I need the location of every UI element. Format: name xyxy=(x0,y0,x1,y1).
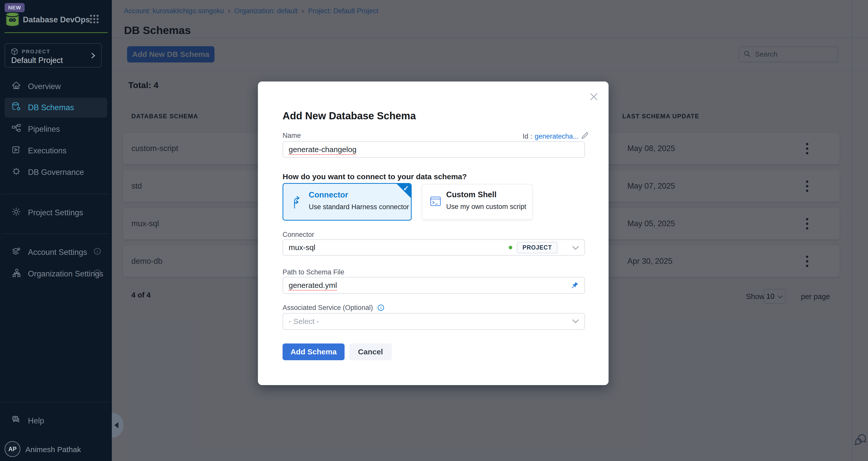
org-chart-gear-icon xyxy=(12,268,21,279)
sidebar-divider xyxy=(2,194,110,194)
entity-id: Id : generatecha... xyxy=(523,132,589,141)
db-schemas-icon xyxy=(12,102,21,113)
info-icon xyxy=(94,248,101,257)
name-input-value: generate-changelog xyxy=(289,145,356,154)
svg-text:?: ? xyxy=(14,417,16,420)
pipelines-icon xyxy=(12,124,21,135)
info-icon[interactable] xyxy=(376,305,385,313)
project-selector-label: PROJECT xyxy=(22,49,50,55)
option-card-connector[interactable]: ✓ Connector Use standard Harness connect… xyxy=(283,183,412,221)
name-input[interactable]: generate-changelog xyxy=(283,141,585,158)
pin-icon[interactable] xyxy=(571,281,579,289)
sidebar-divider xyxy=(2,402,110,402)
service-select-placeholder: - Select - xyxy=(289,317,319,326)
home-icon xyxy=(12,81,21,92)
sidebar-item-label: Account Settings xyxy=(28,248,87,257)
connector-branch-icon xyxy=(291,196,303,210)
gear-icon xyxy=(12,207,21,218)
sidebar-item-label: DB Governance xyxy=(28,168,84,177)
module-grid-icon[interactable] xyxy=(89,14,99,25)
avatar[interactable]: AP xyxy=(5,441,20,457)
project-selector-name: Default Project xyxy=(11,56,63,65)
sidebar-item-organization-settings[interactable]: Organization Settings xyxy=(5,264,107,284)
project-cube-icon xyxy=(11,48,18,56)
sidebar-item-label: Executions xyxy=(28,146,67,155)
connector-option-subtitle: Use standard Harness connector xyxy=(309,203,409,211)
name-label: Name xyxy=(283,132,301,140)
sidebar-item-executions[interactable]: Executions xyxy=(5,141,107,161)
sidebar-item-label: Organization Settings xyxy=(28,269,103,278)
chevron-down-icon xyxy=(572,243,579,252)
collapse-arrow-icon xyxy=(114,422,118,428)
sidebar-item-label: DB Schemas xyxy=(28,103,74,112)
service-label: Associated Service (Optional) xyxy=(283,304,384,313)
app-root: NEW Database DevOps xyxy=(0,0,868,461)
project-selector[interactable]: PROJECT Default Project xyxy=(5,43,102,68)
cancel-button[interactable]: Cancel xyxy=(349,343,392,360)
sidebar-item-pipelines[interactable]: Pipelines xyxy=(5,119,107,139)
chevron-down-icon xyxy=(572,319,579,323)
path-label: Path to Schema File xyxy=(283,268,344,276)
sidebar-item-overview[interactable]: Overview xyxy=(5,77,107,96)
connector-label: Connector xyxy=(283,231,314,239)
path-input-value: generated.yml xyxy=(289,281,337,290)
connector-status-dot xyxy=(509,246,512,249)
sidebar-item-db-governance[interactable]: DB Governance xyxy=(5,162,107,182)
sidebar-item-db-schemas[interactable]: DB Schemas xyxy=(5,98,107,118)
sidebar-item-project-settings[interactable]: Project Settings xyxy=(5,203,107,223)
service-select[interactable]: - Select - xyxy=(283,313,585,330)
app-title: Database DevOps xyxy=(23,15,90,24)
brand-divider xyxy=(5,32,108,33)
sidebar-item-label: Help xyxy=(28,416,44,425)
custom-shell-option-subtitle: Use my own custom script xyxy=(446,203,526,211)
info-icon xyxy=(94,269,101,279)
edit-pencil-icon[interactable] xyxy=(581,132,589,141)
connector-select-value: mux-sql xyxy=(289,243,315,252)
executions-icon xyxy=(12,145,21,156)
support-chat-icon[interactable] xyxy=(854,433,867,448)
check-icon: ✓ xyxy=(403,184,409,192)
sidebar-item-account-settings[interactable]: Account Settings xyxy=(5,242,107,262)
add-schema-modal: Add New Database Schema Name Id : genera… xyxy=(258,81,609,385)
add-schema-button[interactable]: Add Schema xyxy=(283,343,345,360)
scope-badge: PROJECT xyxy=(517,242,557,253)
connector-select[interactable]: mux-sql PROJECT xyxy=(283,239,585,256)
path-input[interactable]: generated.yml xyxy=(283,277,585,294)
governance-icon xyxy=(12,167,21,178)
sidebar-item-label: Project Settings xyxy=(28,208,83,217)
database-devops-logo-icon[interactable] xyxy=(5,12,20,28)
chevron-right-icon xyxy=(90,52,97,60)
connector-option-title: Connector xyxy=(309,190,348,200)
terminal-icon xyxy=(429,195,442,208)
new-badge: NEW xyxy=(5,3,25,12)
sidebar-item-help[interactable]: ? Help xyxy=(5,411,107,431)
option-card-custom-shell[interactable]: Custom Shell Use my own custom script xyxy=(422,184,533,220)
user-name[interactable]: Animesh Pathak xyxy=(25,445,81,454)
help-chat-icon: ? xyxy=(12,415,21,426)
sidebar-item-label: Pipelines xyxy=(28,125,60,134)
close-icon[interactable] xyxy=(589,92,599,103)
modal-title: Add New Database Schema xyxy=(283,110,416,122)
connect-question: How do you want to connect to your data … xyxy=(283,172,467,181)
id-value-link[interactable]: generatecha... xyxy=(535,133,579,140)
sidebar-item-label: Overview xyxy=(28,82,61,91)
id-prefix: Id : xyxy=(523,133,532,140)
custom-shell-option-title: Custom Shell xyxy=(446,190,497,199)
layers-gear-icon xyxy=(12,247,21,258)
sidebar: NEW Database DevOps xyxy=(0,0,112,461)
